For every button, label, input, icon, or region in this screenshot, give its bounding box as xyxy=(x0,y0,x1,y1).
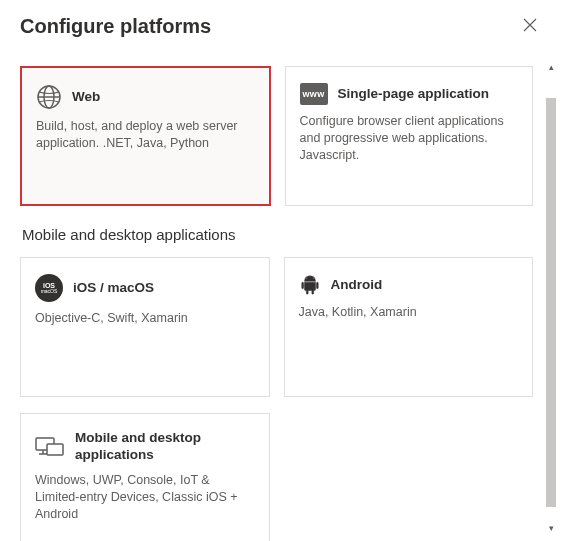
panel-header: Configure platforms xyxy=(0,0,561,43)
card-title: Single-page application xyxy=(338,86,490,103)
vertical-scrollbar[interactable]: ▴ ▾ xyxy=(543,60,559,535)
card-description: Objective-C, Swift, Xamarin xyxy=(35,310,255,327)
card-description: Windows, UWP, Console, IoT & Limited-ent… xyxy=(35,472,255,523)
platform-card-spa[interactable]: www Single-page application Configure br… xyxy=(285,66,534,206)
platform-card-ios-macos[interactable]: iOS macOS iOS / macOS Objective-C, Swift… xyxy=(20,257,270,397)
native-platform-row: iOS macOS iOS / macOS Objective-C, Swift… xyxy=(20,257,533,397)
platform-card-web[interactable]: Web Build, host, and deploy a web server… xyxy=(20,66,271,206)
scrollbar-thumb[interactable] xyxy=(546,98,556,507)
web-platform-row: Web Build, host, and deploy a web server… xyxy=(20,66,533,206)
platform-card-mobile-desktop[interactable]: Mobile and desktop applications Windows,… xyxy=(20,413,270,541)
content-scroll-area: Web Build, host, and deploy a web server… xyxy=(0,52,539,541)
close-icon xyxy=(523,18,537,32)
card-title: Web xyxy=(72,89,100,106)
scroll-up-arrow-icon[interactable]: ▴ xyxy=(543,60,559,74)
monitors-icon xyxy=(35,435,65,459)
section-heading-mobile-desktop: Mobile and desktop applications xyxy=(22,226,533,243)
card-description: Configure browser client applications an… xyxy=(300,113,519,164)
www-icon: www xyxy=(300,83,328,105)
close-button[interactable] xyxy=(519,14,541,39)
platform-card-android[interactable]: Android Java, Kotlin, Xamarin xyxy=(284,257,534,397)
card-title: Mobile and desktop applications xyxy=(75,430,255,464)
page-title: Configure platforms xyxy=(20,15,211,38)
desktop-platform-row: Mobile and desktop applications Windows,… xyxy=(20,413,533,541)
card-description: Build, host, and deploy a web server app… xyxy=(36,118,255,152)
scrollbar-track[interactable] xyxy=(543,74,559,521)
card-description: Java, Kotlin, Xamarin xyxy=(299,304,519,321)
card-title: iOS / macOS xyxy=(73,280,154,297)
globe-icon xyxy=(36,84,62,110)
card-title: Android xyxy=(331,277,383,294)
android-icon xyxy=(299,274,321,296)
scroll-down-arrow-icon[interactable]: ▾ xyxy=(543,521,559,535)
svg-rect-4 xyxy=(47,444,63,455)
apple-ios-macos-icon: iOS macOS xyxy=(35,274,63,302)
